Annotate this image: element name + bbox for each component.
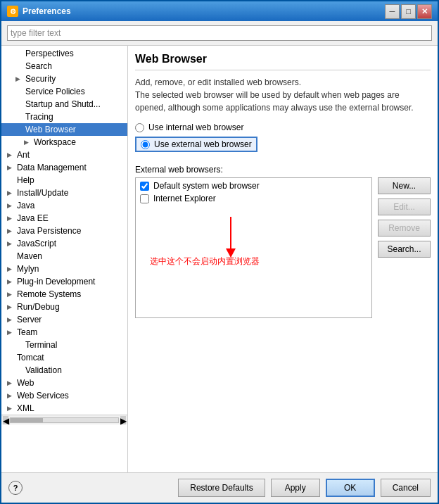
sidebar-item-java-ee[interactable]: ▶ Java EE — [1, 212, 127, 225]
sidebar-item-java-persistence[interactable]: ▶ Java Persistence — [1, 225, 127, 237]
sidebar-item-remote-systems[interactable]: ▶ Remote Systems — [1, 288, 127, 301]
sidebar-item-java[interactable]: ▶ Java — [1, 199, 127, 212]
remove-button[interactable]: Remove — [378, 220, 431, 237]
side-buttons: New... Edit... Remove Search... — [378, 177, 431, 258]
radio-internal-label[interactable]: Use internal web browser — [148, 122, 243, 132]
sidebar-item-team[interactable]: ▶ Team — [1, 326, 127, 339]
restore-defaults-button[interactable]: Restore Defaults — [178, 479, 265, 497]
scroll-track[interactable] — [10, 417, 119, 423]
expand-icon: ▶ — [24, 139, 32, 146]
sidebar-item-data-management[interactable]: ▶ Data Management — [1, 161, 127, 174]
sidebar-item-workspace[interactable]: ▶ Workspace — [1, 136, 127, 149]
radio-internal-browser[interactable]: Use internal web browser — [135, 122, 431, 132]
expand-icon: ▶ — [7, 265, 15, 272]
expand-icon: ▶ — [7, 316, 15, 323]
expand-icon: ▶ — [7, 291, 15, 298]
expand-icon: ▶ — [7, 164, 15, 171]
close-button[interactable]: ✕ — [417, 4, 432, 19]
expand-icon: ▶ — [7, 189, 15, 196]
apply-button[interactable]: Apply — [271, 479, 320, 497]
scroll-thumb[interactable] — [11, 418, 43, 422]
window-icon: ⚙ — [7, 6, 18, 17]
bottom-bar: ? Restore Defaults Apply OK Cancel — [1, 472, 438, 503]
sidebar-item-web[interactable]: ▶ Web — [1, 377, 127, 389]
sidebar-item-tomcat[interactable]: Tomcat — [1, 351, 127, 364]
external-browsers-label: External web browsers: — [135, 165, 431, 175]
browser-checkbox-ie[interactable] — [140, 194, 149, 203]
bottom-left: ? — [8, 481, 23, 495]
sidebar-item-maven[interactable]: Maven — [1, 250, 127, 263]
preferences-window: ⚙ Preferences ─ □ ✕ Perspectives Search — [0, 0, 439, 504]
svg-marker-1 — [226, 248, 236, 258]
radio-internal-input[interactable] — [135, 123, 144, 132]
sidebar-item-xml[interactable]: ▶ XML — [1, 402, 127, 415]
expand-icon: ▶ — [7, 240, 15, 247]
sidebar-item-startup[interactable]: Startup and Shutd... — [1, 98, 127, 111]
expand-icon: ▶ — [7, 392, 15, 399]
sidebar-item-web-browser[interactable]: Web Browser — [1, 123, 127, 136]
browsers-section: Default system web browser Internet Expl… — [135, 177, 431, 318]
sidebar-item-search[interactable]: Search — [1, 60, 127, 73]
maximize-button[interactable]: □ — [401, 4, 416, 19]
window-title: Preferences — [23, 6, 385, 16]
radio-external-input[interactable] — [141, 140, 150, 149]
sidebar-item-terminal[interactable]: Terminal — [1, 339, 127, 351]
expand-icon: ▶ — [7, 405, 15, 412]
expand-icon: ▶ — [7, 151, 15, 158]
filter-bar — [1, 21, 438, 46]
expand-icon: ▶ — [7, 227, 15, 234]
radio-external-browser[interactable]: Use external web browser — [135, 137, 431, 152]
radio-external-label[interactable]: Use external web browser — [154, 139, 252, 149]
edit-button[interactable]: Edit... — [378, 199, 431, 215]
new-button[interactable]: New... — [378, 177, 431, 194]
expand-icon: ▶ — [7, 215, 15, 222]
sidebar-item-perspectives[interactable]: Perspectives — [1, 47, 127, 60]
help-icon[interactable]: ? — [8, 481, 23, 495]
browser-item-ie[interactable]: Internet Explorer — [137, 192, 370, 205]
expand-icon: ▶ — [7, 202, 15, 209]
browsers-list-wrap: Default system web browser Internet Expl… — [135, 177, 372, 318]
browser-item-default[interactable]: Default system web browser — [137, 179, 370, 192]
cancel-button[interactable]: Cancel — [381, 479, 431, 497]
sidebar-item-plugin-development[interactable]: ▶ Plug-in Development — [1, 275, 127, 288]
sidebar-item-server[interactable]: ▶ Server — [1, 313, 127, 326]
sidebar-item-ant[interactable]: ▶ Ant — [1, 149, 127, 161]
sidebar-item-install-update[interactable]: ▶ Install/Update — [1, 187, 127, 199]
sidebar-item-service-policies[interactable]: Service Policies — [1, 85, 127, 98]
panel-description: Add, remove, or edit installed web brows… — [135, 76, 431, 114]
scroll-left-arrow[interactable]: ◀ — [3, 416, 8, 424]
annotation-text: 选中这个不会启动内置浏览器 — [150, 213, 260, 267]
right-panel: Web Browser Add, remove, or edit install… — [128, 46, 438, 472]
expand-icon: ▶ — [15, 75, 24, 82]
annotation-arrow — [220, 217, 241, 259]
panel-title: Web Browser — [135, 53, 431, 70]
title-bar: ⚙ Preferences ─ □ ✕ — [1, 1, 438, 21]
bottom-right: Restore Defaults Apply OK Cancel — [178, 479, 431, 497]
sidebar-item-javascript[interactable]: ▶ JavaScript — [1, 237, 127, 250]
sidebar-item-tracing[interactable]: Tracing — [1, 111, 127, 123]
sidebar: Perspectives Search ▶ Security Service P… — [1, 46, 128, 472]
browser-checkbox-default[interactable] — [140, 182, 149, 191]
sidebar-item-web-services[interactable]: ▶ Web Services — [1, 389, 127, 402]
expand-icon: ▶ — [7, 329, 15, 336]
horizontal-scrollbar[interactable]: ◀ ▶ — [1, 415, 127, 424]
expand-icon: ▶ — [7, 379, 15, 386]
scroll-right-arrow[interactable]: ▶ — [120, 416, 126, 424]
main-content: Perspectives Search ▶ Security Service P… — [1, 21, 438, 503]
sidebar-item-run-debug[interactable]: ▶ Run/Debug — [1, 301, 127, 313]
expand-icon: ▶ — [7, 303, 15, 310]
window-controls: ─ □ ✕ — [385, 4, 432, 19]
sidebar-item-validation[interactable]: Validation — [1, 364, 127, 377]
sidebar-item-security[interactable]: ▶ Security — [1, 73, 127, 85]
ok-button[interactable]: OK — [326, 479, 375, 497]
filter-input[interactable] — [7, 25, 432, 41]
radio-external-box[interactable]: Use external web browser — [135, 137, 257, 152]
sidebar-item-help[interactable]: Help — [1, 174, 127, 187]
browsers-list[interactable]: Default system web browser Internet Expl… — [135, 177, 372, 318]
minimize-button[interactable]: ─ — [385, 4, 400, 19]
expand-icon: ▶ — [7, 278, 15, 285]
sidebar-item-mylyn[interactable]: ▶ Mylyn — [1, 263, 127, 275]
content-split: Perspectives Search ▶ Security Service P… — [1, 46, 438, 472]
search-button[interactable]: Search... — [378, 241, 431, 258]
